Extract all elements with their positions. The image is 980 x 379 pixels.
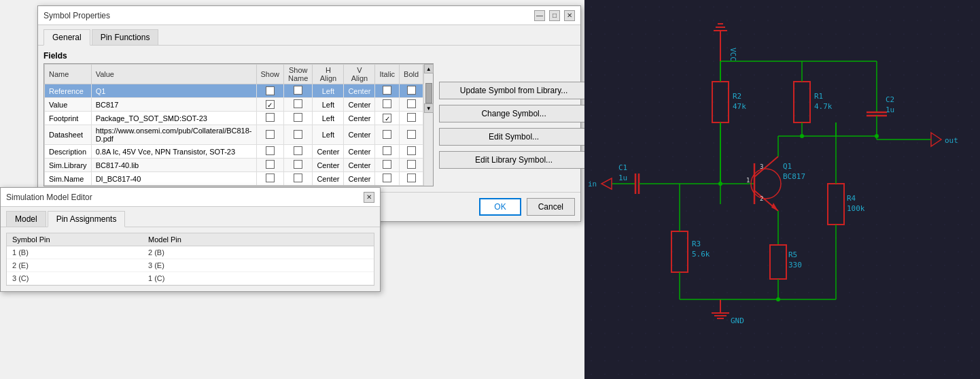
- checkbox-cell[interactable]: [375, 145, 400, 159]
- svg-point-61: [800, 134, 804, 138]
- action-buttons-section: Update Symbol from Library... Change Sym…: [434, 63, 594, 186]
- field-value-cell: Package_TO_SOT_SMD:SOT-23: [91, 112, 256, 125]
- r4-label: R4: [847, 194, 856, 203]
- col-symbol-pin-header: Symbol Pin: [12, 235, 148, 244]
- checkbox-cell[interactable]: [256, 125, 284, 145]
- field-v-align-cell: Center: [344, 172, 375, 186]
- sim-tab-pin-assignments[interactable]: Pin Assignments: [48, 211, 126, 227]
- scroll-down-arrow[interactable]: ▼: [424, 103, 434, 113]
- scroll-up-arrow[interactable]: ▲: [424, 64, 434, 73]
- sim-close-button[interactable]: ✕: [364, 192, 374, 203]
- tab-general[interactable]: General: [43, 29, 90, 46]
- edit-library-symbol-button[interactable]: Edit Library Symbol...: [439, 151, 589, 169]
- ok-button[interactable]: OK: [479, 198, 521, 216]
- pin-assignments-content: Symbol Pin Model Pin 1 (B) 2 (B) 2 (E) 3…: [1, 227, 380, 291]
- checkbox-cell[interactable]: [375, 125, 400, 145]
- checkbox-cell[interactable]: [400, 84, 423, 98]
- edit-symbol-button[interactable]: Edit Symbol...: [439, 128, 589, 146]
- field-name-cell: Reference: [45, 84, 92, 98]
- checkbox-cell[interactable]: [400, 172, 423, 186]
- checkbox-cell[interactable]: ✓: [256, 84, 284, 98]
- schematic-canvas: VCC GND R2 47k R4 100k R1 4.7k: [584, 0, 980, 379]
- dialog-tabs: General Pin Functions: [38, 25, 580, 46]
- change-symbol-button[interactable]: Change Symbol...: [439, 105, 589, 122]
- vcc-label: VCC: [729, 48, 737, 61]
- pin-row: 2 (E) 3 (E): [7, 259, 374, 272]
- titlebar-controls: — □ ✕: [534, 10, 575, 21]
- checkbox-cell[interactable]: [284, 125, 313, 145]
- field-v-align-cell: Center: [344, 98, 375, 112]
- checkbox-cell[interactable]: [375, 84, 400, 98]
- fields-label: Fields: [43, 51, 575, 61]
- checkbox-cell[interactable]: [284, 84, 313, 98]
- field-h-align-cell: Center: [313, 145, 344, 159]
- q1-label: Q1: [783, 162, 792, 171]
- pin-table-header: Symbol Pin Model Pin: [6, 233, 374, 246]
- field-v-align-cell: Center: [344, 84, 375, 98]
- sim-dialog-tabs: Model Pin Assignments: [1, 207, 380, 227]
- field-v-align-cell: Center: [344, 145, 375, 159]
- checkbox-cell[interactable]: [375, 98, 400, 112]
- svg-point-62: [875, 134, 879, 138]
- field-name-cell: Footprint: [45, 112, 92, 125]
- col-show-name: Show Name: [284, 65, 313, 84]
- symbol-properties-title: Symbol Properties: [43, 11, 110, 20]
- minimize-button[interactable]: —: [534, 10, 545, 21]
- checkbox-cell[interactable]: [400, 112, 423, 125]
- close-button[interactable]: ✕: [564, 10, 575, 21]
- scroll-thumb[interactable]: [425, 83, 432, 103]
- fields-section: Name Value Show Show Name H Align V Alig…: [43, 63, 434, 186]
- sim-tab-model[interactable]: Model: [6, 211, 46, 227]
- r3-value: 5.6k: [692, 250, 710, 259]
- checkbox-cell[interactable]: [256, 159, 284, 172]
- checkbox-cell[interactable]: [256, 112, 284, 125]
- maximize-button[interactable]: □: [549, 10, 560, 21]
- svg-point-43: [776, 297, 780, 301]
- field-value-cell: BC817: [91, 98, 256, 112]
- checkbox-cell[interactable]: [400, 98, 423, 112]
- field-name-cell: Sim.Library: [45, 159, 92, 172]
- schematic-svg: VCC GND R2 47k R4 100k R1 4.7k: [584, 0, 980, 379]
- pin-row: 1 (B) 2 (B): [7, 246, 374, 259]
- field-h-align-cell: Center: [313, 159, 344, 172]
- checkbox-cell[interactable]: [400, 159, 423, 172]
- table-scrollbar[interactable]: ▲ ▼: [423, 64, 433, 186]
- checkbox-cell[interactable]: ✓: [375, 112, 400, 125]
- field-v-align-cell: Center: [344, 125, 375, 145]
- field-value-cell: DI_BC817-40: [91, 172, 256, 186]
- checkbox-cell[interactable]: [400, 125, 423, 145]
- main-content-area: Name Value Show Show Name H Align V Alig…: [43, 63, 575, 186]
- symbol-pin-cell: 3 (C): [12, 274, 148, 282]
- field-value-cell: 0.8A Ic, 45V Vce, NPN Transistor, SOT-23: [91, 145, 256, 159]
- update-symbol-button[interactable]: Update Symbol from Library...: [439, 82, 589, 99]
- r1-value: 4.7k: [814, 102, 833, 111]
- c2-label: C2: [886, 95, 894, 104]
- field-value-cell: https://www.onsemi.com/pub/Collateral/BC…: [91, 125, 256, 145]
- checkbox-cell[interactable]: [284, 98, 313, 112]
- field-value-cell: Q1: [91, 84, 256, 98]
- symbol-properties-titlebar: Symbol Properties — □ ✕: [38, 6, 580, 25]
- tab-pin-functions[interactable]: Pin Functions: [92, 29, 159, 45]
- svg-text:3: 3: [760, 163, 763, 170]
- checkbox-cell[interactable]: ✓: [256, 98, 284, 112]
- checkbox-cell[interactable]: [375, 159, 400, 172]
- checkbox-cell[interactable]: [284, 145, 313, 159]
- field-h-align-cell: Left: [313, 98, 344, 112]
- checkbox-cell[interactable]: [256, 172, 284, 186]
- cancel-button[interactable]: Cancel: [527, 198, 575, 216]
- q1-value: BC817: [783, 172, 805, 181]
- checkbox-cell[interactable]: [284, 112, 313, 125]
- r2-label: R2: [733, 92, 741, 101]
- symbol-pin-cell: 1 (B): [12, 248, 148, 257]
- field-name-cell: Value: [45, 98, 92, 112]
- checkbox-cell[interactable]: [400, 145, 423, 159]
- c1-label: C1: [618, 163, 627, 172]
- checkbox-cell[interactable]: [256, 145, 284, 159]
- checkbox-cell[interactable]: [284, 172, 313, 186]
- checkbox-cell[interactable]: [375, 172, 400, 186]
- field-h-align-cell: Left: [313, 125, 344, 145]
- symbol-pin-cell: 2 (E): [12, 261, 148, 269]
- in-label: in: [588, 180, 597, 188]
- field-h-align-cell: Left: [313, 112, 344, 125]
- checkbox-cell[interactable]: [284, 159, 313, 172]
